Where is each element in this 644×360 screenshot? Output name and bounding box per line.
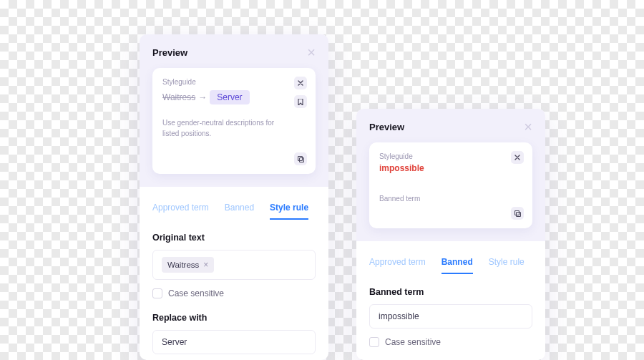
tab-bar: Approved term Banned Style rule (140, 187, 328, 220)
tab-approved-term[interactable]: Approved term (369, 257, 426, 274)
chip-label: Waitress (167, 261, 199, 269)
preview-title: Preview (152, 47, 187, 58)
banned-term-panel: Preview × Styleguide impossible Banned t… (356, 109, 545, 360)
arrow-icon: → (198, 92, 207, 102)
copy-icon[interactable] (294, 152, 307, 165)
styleguide-label: Styleguide (379, 152, 522, 160)
tab-style-rule[interactable]: Style rule (270, 203, 308, 220)
case-sensitive-checkbox[interactable] (152, 288, 162, 298)
preview-card: Styleguide impossible Banned term (369, 142, 532, 228)
original-text-chip[interactable]: Waitress × (162, 257, 214, 273)
preview-section: Preview × Styleguide Waitress → Server U… (140, 34, 328, 187)
original-word-strikethrough: Waitress (162, 92, 195, 102)
banned-term-label: Banned term (369, 287, 532, 297)
case-sensitive-label: Case sensitive (168, 288, 224, 298)
close-icon[interactable]: × (524, 122, 532, 132)
form-body: Original text Waitress × Case sensitive … (140, 220, 328, 354)
preview-section: Preview × Styleguide impossible Banned t… (356, 109, 545, 241)
close-small-icon[interactable] (294, 77, 307, 89)
form-body: Banned term impossible Case sensitive (356, 274, 545, 347)
bookmark-icon[interactable] (294, 95, 307, 108)
banned-term-small: Banned term (379, 195, 522, 203)
case-sensitive-checkbox[interactable] (369, 337, 379, 347)
tab-banned[interactable]: Banned (225, 203, 254, 220)
svg-rect-3 (516, 212, 520, 216)
close-small-icon[interactable] (511, 151, 524, 164)
original-text-label: Original text (152, 233, 316, 243)
tab-banned[interactable]: Banned (441, 257, 473, 274)
copy-icon[interactable] (511, 207, 524, 220)
style-rule-panel: Preview × Styleguide Waitress → Server U… (140, 34, 328, 360)
svg-rect-1 (299, 157, 303, 162)
original-text-input[interactable]: Waitress × (152, 250, 316, 280)
preview-card: Styleguide Waitress → Server Use gender-… (152, 68, 316, 174)
svg-rect-0 (298, 156, 302, 160)
replace-with-label: Replace with (152, 313, 316, 323)
case-sensitive-row[interactable]: Case sensitive (369, 337, 532, 347)
case-sensitive-row[interactable]: Case sensitive (152, 288, 316, 298)
preview-title: Preview (369, 122, 404, 132)
case-sensitive-label: Case sensitive (385, 337, 441, 347)
banned-term-input[interactable]: impossible (369, 304, 532, 329)
tab-bar: Approved term Banned Style rule (356, 241, 545, 274)
chip-remove-icon[interactable]: × (203, 260, 208, 270)
tab-style-rule[interactable]: Style rule (489, 257, 525, 274)
styleguide-label: Styleguide (162, 78, 306, 86)
replacement-chip: Server (210, 90, 249, 104)
banned-term-value: impossible (379, 311, 419, 321)
replace-with-value: Server (162, 337, 187, 347)
tab-approved-term[interactable]: Approved term (152, 203, 209, 220)
preview-description: Use gender-neutral descriptions for list… (162, 117, 284, 139)
banned-word-display: impossible (379, 163, 522, 173)
svg-rect-2 (514, 210, 519, 215)
close-icon[interactable]: × (307, 48, 316, 57)
replace-with-input[interactable]: Server (152, 330, 316, 354)
